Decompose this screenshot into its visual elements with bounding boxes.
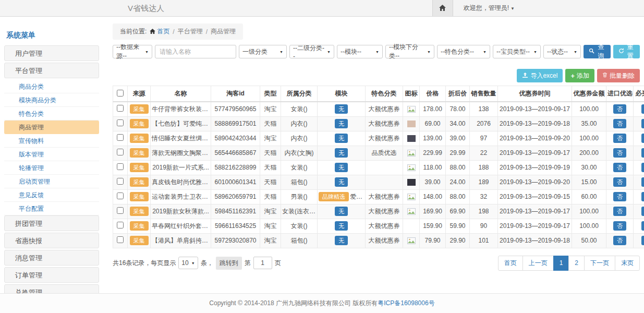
must-buy-badge[interactable]: 否 (641, 104, 644, 114)
page-button-末页[interactable]: 末页 (615, 256, 640, 271)
sidebar-item-7[interactable]: 版本管理 (4, 148, 99, 161)
per-page-select[interactable]: 10▼ (178, 257, 198, 269)
import-select-badge[interactable]: 否 (613, 163, 626, 172)
import-select-badge[interactable]: 否 (613, 192, 626, 201)
row-checkbox[interactable] (117, 163, 124, 170)
sales-cell: 138 (470, 102, 498, 116)
sidebar-item-12[interactable]: 拼团管理 (4, 215, 99, 231)
sidebar-item-1[interactable]: 平台管理 (4, 63, 99, 78)
reset-button[interactable]: 重置 (613, 45, 640, 58)
page-button-下一页[interactable]: 下一页 (584, 256, 615, 271)
must-buy-badge[interactable]: 否 (641, 119, 644, 128)
page-number-input[interactable] (253, 257, 272, 269)
page-button-上一页[interactable]: 上一页 (523, 256, 554, 271)
select-all-checkbox[interactable] (117, 90, 124, 97)
must-buy-badge[interactable]: 否 (641, 177, 644, 187)
name-search-input[interactable] (155, 45, 236, 58)
import-select-badge[interactable]: 否 (613, 207, 626, 216)
row-checkbox[interactable] (117, 105, 124, 112)
page-button-2[interactable]: 2 (568, 256, 585, 271)
home-button[interactable] (432, 0, 453, 16)
sidebar-item-4[interactable]: 特色分类 (4, 107, 99, 121)
discount-cell: 29.90 (446, 233, 470, 248)
breadcrumb: 当前位置: 首页 / 平台管理 / 商品管理 (113, 23, 243, 40)
must-buy-badge[interactable]: 否 (641, 163, 644, 172)
import-select-badge[interactable]: 否 (613, 134, 626, 143)
sidebar-item-9[interactable]: 启动页管理 (4, 175, 99, 188)
price-cell: 79.90 (420, 233, 446, 248)
row-checkbox[interactable] (117, 119, 124, 126)
batch-delete-button[interactable]: 批量删除 (597, 69, 640, 82)
must-buy-badge[interactable]: 否 (641, 134, 644, 143)
page-button-1[interactable]: 1 (553, 256, 569, 271)
filter-select-category1[interactable]: 一级分类▼ (239, 45, 287, 58)
table-row: 采集牛仔背带裤女秋装减龄...577479560965淘宝女装()无大额优惠券1… (113, 102, 644, 116)
row-checkbox[interactable] (117, 207, 124, 214)
sidebar-item-14[interactable]: 消息管理 (4, 250, 99, 266)
import-select-badge[interactable]: 否 (613, 221, 626, 231)
row-checkbox[interactable] (117, 192, 124, 199)
module-cell: 无 (318, 204, 366, 219)
breadcrumb-home-link[interactable]: 首页 (150, 27, 169, 36)
sidebar-item-10[interactable]: 意见反馈 (4, 188, 99, 202)
row-checkbox[interactable] (117, 149, 124, 155)
sidebar-item-6[interactable]: 宣传物料 (4, 134, 99, 148)
icon-cell (403, 131, 420, 146)
icon-cell (403, 175, 420, 189)
sidebar-item-11[interactable]: 平台配置 (4, 202, 99, 215)
sidebar-item-15[interactable]: 订单管理 (4, 267, 99, 283)
row-checkbox[interactable] (117, 134, 124, 141)
filter-select-status[interactable]: --状态--▼ (543, 45, 581, 58)
must-buy-cell: 否 (634, 189, 644, 204)
type-cell: 淘宝 (260, 233, 281, 248)
sidebar-item-2[interactable]: 商品分类 (4, 80, 99, 93)
import-select-badge[interactable]: 否 (613, 236, 626, 245)
sidebar-item-13[interactable]: 省惠快报 (4, 233, 99, 248)
source-badge: 采集 (130, 134, 149, 143)
filter-select-module-sub[interactable]: --模块下分类--▼ (385, 45, 434, 58)
import-select-badge[interactable]: 否 (613, 177, 626, 187)
import-select-badge[interactable]: 否 (613, 119, 626, 128)
checkbox-cell (113, 219, 128, 233)
row-checkbox[interactable] (117, 236, 124, 243)
add-button[interactable]: + 添加 (565, 69, 594, 82)
price-cell: 69.00 (420, 116, 446, 131)
upload-icon (522, 72, 528, 80)
filter-select-module[interactable]: --模块--▼ (337, 45, 383, 58)
filter-select-category2[interactable]: --二级分类--▼ (289, 45, 334, 58)
filter-select-feature[interactable]: --特色分类--▼ (437, 45, 490, 58)
category-cell: 箱包() (281, 233, 318, 248)
sidebar-item-5-active[interactable]: 商品管理 (4, 121, 99, 134)
column-header-5: 模块 (318, 86, 366, 102)
source-cell: 采集 (128, 131, 151, 146)
filter-select-data-source[interactable]: --数据来源--▼ (113, 45, 152, 58)
module-cell: 无 (318, 102, 366, 116)
page-footer: Copyright © 2014-2018 广州九驰网络科技有限公司 版权所有粤… (0, 293, 644, 313)
sales-cell: 2076 (470, 116, 498, 131)
name-cell: 运动套装男士卫衣初秋... (151, 189, 211, 204)
import-select-badge[interactable]: 否 (613, 148, 626, 158)
import-select-cell: 否 (606, 219, 634, 233)
page-pre-text: 第 (245, 259, 251, 268)
filter-select-item-type[interactable]: --宝贝类型--▼ (493, 45, 541, 58)
jump-button[interactable]: 跳转到 (216, 257, 242, 270)
feature-cell: 大额优惠券 (366, 131, 403, 146)
sidebar-item-3[interactable]: 模块商品分类 (4, 93, 99, 107)
page-button-首页[interactable]: 首页 (498, 256, 523, 271)
sidebar-item-8[interactable]: 轮播管理 (4, 161, 99, 175)
must-buy-badge[interactable]: 否 (641, 221, 644, 231)
row-checkbox[interactable] (117, 222, 124, 228)
import-select-badge[interactable]: 否 (613, 104, 626, 114)
source-badge: 采集 (130, 236, 149, 245)
must-buy-badge[interactable]: 否 (641, 236, 644, 245)
icp-link[interactable]: 粤ICP备16098006号 (378, 299, 434, 308)
user-menu[interactable]: 欢迎您，管理员!▼ (464, 4, 515, 13)
must-buy-badge[interactable]: 否 (641, 192, 644, 201)
search-button[interactable]: 查询 (584, 45, 611, 58)
import-excel-button[interactable]: 导入excel (517, 69, 563, 82)
pagination-summary: 共16条记录，每页显示 10▼ 条， 跳转到 第 页 (113, 257, 281, 270)
row-checkbox[interactable] (117, 178, 124, 185)
must-buy-badge[interactable]: 否 (641, 207, 644, 216)
sidebar-item-0[interactable]: 用户管理 (4, 45, 99, 61)
must-buy-badge[interactable]: 否 (641, 148, 644, 158)
